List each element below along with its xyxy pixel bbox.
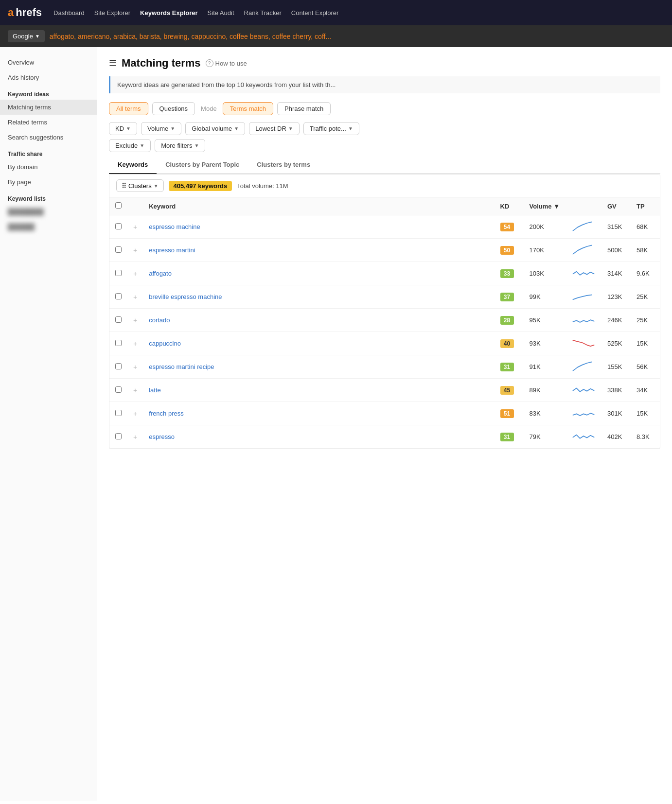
row-action-cell-2: + (127, 262, 143, 285)
keyword-link-4[interactable]: cortado (149, 316, 170, 324)
th-volume[interactable]: Volume ▼ (524, 197, 566, 215)
row-checkbox-cell-6 (109, 355, 127, 379)
tab-keywords[interactable]: Keywords (109, 156, 157, 174)
kd-badge-1: 50 (500, 246, 514, 255)
add-keyword-icon-1[interactable]: + (133, 246, 137, 254)
filter-more-filters[interactable]: More filters ▼ (155, 139, 205, 152)
nav-content-explorer[interactable]: Content Explorer (291, 9, 339, 17)
sidebar-item-overview[interactable]: Overview (0, 55, 97, 70)
row-chart-cell-6 (566, 355, 601, 379)
row-checkbox-2[interactable] (115, 270, 122, 276)
keyword-link-5[interactable]: cappuccino (149, 340, 181, 347)
sidebar-item-related-terms[interactable]: Related terms (0, 115, 97, 130)
keyword-link-3[interactable]: breville espresso machine (149, 293, 222, 300)
row-tp-cell-7: 34K (631, 379, 660, 402)
keyword-link-8[interactable]: french press (149, 410, 184, 417)
table-row: + latte 45 89K 338K 34K (109, 379, 660, 402)
row-gv-cell-1: 500K (601, 239, 631, 262)
sidebar-item-by-page[interactable]: By page (0, 175, 97, 190)
filter-traffic-potential[interactable]: Traffic pote... ▼ (303, 122, 359, 135)
keyword-link-1[interactable]: espresso martini (149, 246, 195, 254)
nav-keywords-explorer[interactable]: Keywords Explorer (140, 9, 198, 17)
filter-global-volume[interactable]: Global volume ▼ (185, 122, 245, 135)
sparkline-9 (571, 430, 596, 442)
sidebar-item-ads-history[interactable]: Ads history (0, 70, 97, 85)
row-checkbox-9[interactable] (115, 433, 122, 439)
filter-exclude[interactable]: Exclude ▼ (109, 139, 151, 152)
row-kd-cell-4: 28 (495, 309, 524, 332)
keyword-link-0[interactable]: espresso machine (149, 223, 200, 230)
add-keyword-icon-5[interactable]: + (133, 340, 137, 348)
keyword-link-2[interactable]: affogato (149, 270, 172, 277)
filter-kd[interactable]: KD ▼ (109, 122, 137, 135)
nav-site-audit[interactable]: Site Audit (208, 9, 234, 17)
add-keyword-icon-9[interactable]: + (133, 433, 137, 441)
tab-all-terms[interactable]: All terms (109, 102, 148, 115)
how-to-use-link[interactable]: ? How to use (206, 59, 247, 67)
tab-clusters-terms[interactable]: Clusters by terms (248, 156, 319, 174)
page-title: Matching terms (122, 57, 201, 70)
kd-badge-4: 28 (500, 316, 514, 325)
sidebar-item-by-domain[interactable]: By domain (0, 159, 97, 175)
tab-terms-match[interactable]: Terms match (223, 102, 273, 115)
row-chart-cell-0 (566, 215, 601, 239)
search-keywords-display[interactable]: affogato, americano, arabica, barista, b… (50, 33, 331, 40)
sidebar-blurred-item-2: ██████ (0, 219, 97, 234)
keyword-link-7[interactable]: latte (149, 386, 161, 394)
logo[interactable]: ahrefs (8, 6, 42, 19)
row-checkbox-0[interactable] (115, 223, 122, 229)
kd-badge-3: 37 (500, 293, 514, 301)
nav-dashboard[interactable]: Dashboard (53, 9, 85, 17)
row-checkbox-6[interactable] (115, 363, 122, 369)
tab-phrase-match[interactable]: Phrase match (277, 102, 331, 115)
row-volume-cell-1: 170K (524, 239, 566, 262)
gv-dropdown-arrow: ▼ (234, 126, 239, 131)
row-chart-cell-8 (566, 402, 601, 425)
keyword-link-9[interactable]: espresso (149, 433, 175, 440)
add-keyword-icon-3[interactable]: + (133, 293, 137, 301)
add-keyword-icon-6[interactable]: + (133, 363, 137, 371)
row-keyword-cell-7: latte (143, 379, 494, 402)
sidebar-item-search-suggestions[interactable]: Search suggestions (0, 130, 97, 145)
keyword-link-6[interactable]: espresso martini recipe (149, 363, 214, 370)
row-volume-cell-9: 79K (524, 425, 566, 449)
row-checkbox-7[interactable] (115, 386, 122, 393)
row-gv-cell-7: 338K (601, 379, 631, 402)
filter-lowest-dr[interactable]: Lowest DR ▼ (249, 122, 299, 135)
add-keyword-icon-8[interactable]: + (133, 410, 137, 418)
row-checkbox-1[interactable] (115, 246, 122, 253)
main-content: ☰ Matching terms ? How to use Keyword id… (97, 47, 672, 801)
nav-rank-tracker[interactable]: Rank Tracker (244, 9, 282, 17)
menu-icon[interactable]: ☰ (109, 58, 117, 69)
row-checkbox-5[interactable] (115, 340, 122, 346)
kd-badge-7: 45 (500, 386, 514, 395)
sparkline-4 (571, 314, 596, 325)
select-all-checkbox[interactable] (115, 202, 122, 209)
filter-volume[interactable]: Volume ▼ (141, 122, 181, 135)
table-row: + cortado 28 95K 246K 25K (109, 309, 660, 332)
table-row: + espresso 31 79K 402K 8.3K (109, 425, 660, 449)
engine-selector[interactable]: Google ▼ (8, 30, 45, 42)
row-checkbox-4[interactable] (115, 316, 122, 323)
add-keyword-icon-7[interactable]: + (133, 386, 137, 394)
row-kd-cell-2: 33 (495, 262, 524, 285)
sidebar-item-matching-terms[interactable]: Matching terms (0, 100, 97, 115)
add-keyword-icon-4[interactable]: + (133, 316, 137, 324)
clusters-button[interactable]: ⠿ Clusters ▼ (116, 179, 164, 192)
tab-clusters-parent[interactable]: Clusters by Parent Topic (157, 156, 248, 174)
row-kd-cell-6: 31 (495, 355, 524, 379)
nav-site-explorer[interactable]: Site Explorer (94, 9, 130, 17)
dr-dropdown-arrow: ▼ (288, 126, 293, 131)
row-checkbox-3[interactable] (115, 293, 122, 299)
row-gv-cell-6: 155K (601, 355, 631, 379)
tab-questions[interactable]: Questions (152, 102, 195, 115)
sparkline-0 (571, 220, 596, 232)
row-tp-cell-0: 68K (631, 215, 660, 239)
add-keyword-icon-0[interactable]: + (133, 223, 137, 231)
row-checkbox-8[interactable] (115, 410, 122, 416)
add-keyword-icon-2[interactable]: + (133, 270, 137, 278)
row-keyword-cell-5: cappuccino (143, 332, 494, 355)
table-row: + breville espresso machine 37 99K 123K … (109, 285, 660, 309)
clusters-icon: ⠿ (122, 182, 126, 190)
row-checkbox-cell-9 (109, 425, 127, 449)
